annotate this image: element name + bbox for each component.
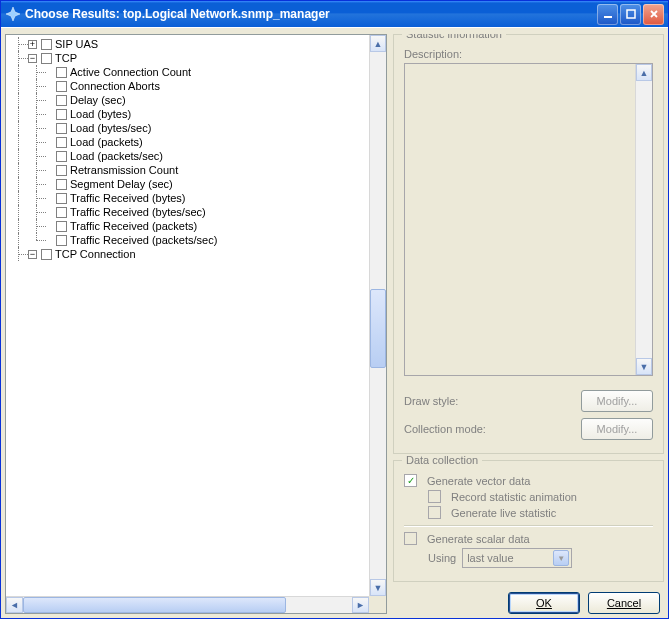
tree-leaf[interactable]: Load (bytes): [70, 107, 131, 121]
using-label: Using: [428, 552, 456, 564]
tree-checkbox[interactable]: [56, 109, 67, 120]
minimize-button[interactable]: [597, 4, 618, 25]
dropdown-arrow-icon: ▼: [553, 550, 569, 566]
tree-item[interactable]: TCP Connection: [10, 247, 386, 261]
draw-style-modify-button[interactable]: Modify...: [581, 390, 653, 412]
data-collection-legend: Data collection: [402, 454, 482, 466]
tree-leaf[interactable]: Traffic Received (packets): [70, 219, 197, 233]
right-panel: Statistic information Description: ▲ ▼ D…: [393, 34, 664, 614]
desc-scroll-down[interactable]: ▼: [636, 358, 652, 375]
gen-scalar-label: Generate scalar data: [427, 533, 530, 545]
scroll-right-button[interactable]: ►: [352, 597, 369, 613]
tree-node-tcp[interactable]: TCP: [55, 51, 77, 65]
tree-item[interactable]: Connection Aborts: [10, 79, 386, 93]
using-value: last value: [467, 552, 513, 564]
scroll-down-button[interactable]: ▼: [370, 579, 386, 596]
expand-icon[interactable]: [28, 40, 37, 49]
maximize-button[interactable]: [620, 4, 641, 25]
tree-item[interactable]: Traffic Received (packets/sec): [10, 233, 386, 247]
tree-checkbox[interactable]: [56, 67, 67, 78]
window-title: Choose Results: top.Logical Network.snmp…: [25, 7, 597, 21]
tree-leaf[interactable]: Load (packets/sec): [70, 149, 163, 163]
tree-checkbox[interactable]: [56, 123, 67, 134]
tree-item[interactable]: SIP UAS: [10, 37, 386, 51]
tree-checkbox[interactable]: [56, 137, 67, 148]
record-anim-label: Record statistic animation: [451, 491, 577, 503]
scroll-corner: [369, 596, 386, 613]
tree-checkbox[interactable]: [41, 39, 52, 50]
description-textarea: ▲ ▼: [404, 63, 653, 376]
collapse-icon[interactable]: [28, 250, 37, 259]
tree-item[interactable]: Active Connection Count: [10, 65, 386, 79]
tree-checkbox[interactable]: [56, 221, 67, 232]
tree-checkbox[interactable]: [56, 81, 67, 92]
titlebar[interactable]: Choose Results: top.Logical Network.snmp…: [1, 1, 668, 27]
tree-node-sip-uas[interactable]: SIP UAS: [55, 37, 98, 51]
app-icon: [5, 6, 21, 22]
tree-item[interactable]: Traffic Received (bytes): [10, 191, 386, 205]
tree-checkbox[interactable]: [56, 95, 67, 106]
tree-item[interactable]: Traffic Received (bytes/sec): [10, 205, 386, 219]
desc-scrollbar[interactable]: ▲ ▼: [635, 64, 652, 375]
tree-leaf[interactable]: Segment Delay (sec): [70, 177, 173, 191]
description-label: Description:: [404, 48, 462, 60]
record-anim-checkbox[interactable]: [428, 490, 441, 503]
tree-node-tcp-connection[interactable]: TCP Connection: [55, 247, 136, 261]
ok-button[interactable]: OK: [508, 592, 580, 614]
tree-item[interactable]: Load (bytes): [10, 107, 386, 121]
svg-rect-2: [627, 10, 635, 18]
svg-marker-0: [6, 7, 20, 21]
gen-live-checkbox[interactable]: [428, 506, 441, 519]
svg-rect-1: [604, 16, 612, 18]
tree-checkbox[interactable]: [56, 179, 67, 190]
tree-checkbox[interactable]: [41, 53, 52, 64]
desc-scroll-up[interactable]: ▲: [636, 64, 652, 81]
tree-leaf[interactable]: Load (bytes/sec): [70, 121, 151, 135]
tree-item[interactable]: Load (bytes/sec): [10, 121, 386, 135]
dialog-window: Choose Results: top.Logical Network.snmp…: [0, 0, 669, 619]
tree-leaf[interactable]: Traffic Received (bytes/sec): [70, 205, 206, 219]
tree-item[interactable]: Load (packets/sec): [10, 149, 386, 163]
tree-item[interactable]: TCP: [10, 51, 386, 65]
tree-leaf[interactable]: Traffic Received (packets/sec): [70, 233, 217, 247]
dialog-buttons: OK Cancel: [393, 588, 664, 614]
collection-mode-label: Collection mode:: [404, 423, 486, 435]
tree-horizontal-scrollbar[interactable]: ◄ ►: [6, 596, 369, 613]
tree-leaf[interactable]: Traffic Received (bytes): [70, 191, 186, 205]
tree-leaf[interactable]: Delay (sec): [70, 93, 126, 107]
tree-item[interactable]: Segment Delay (sec): [10, 177, 386, 191]
tree-checkbox[interactable]: [56, 207, 67, 218]
scroll-up-button[interactable]: ▲: [370, 35, 386, 52]
gen-live-label: Generate live statistic: [451, 507, 556, 519]
scroll-left-button[interactable]: ◄: [6, 597, 23, 613]
results-tree-panel: SIP UASTCPActive Connection CountConnect…: [5, 34, 387, 614]
tree-leaf[interactable]: Load (packets): [70, 135, 143, 149]
tree-leaf[interactable]: Retransmission Count: [70, 163, 178, 177]
hscroll-thumb[interactable]: [23, 597, 286, 613]
tree-leaf[interactable]: Connection Aborts: [70, 79, 160, 93]
statistic-info-legend: Statistic information: [402, 34, 506, 40]
cancel-button[interactable]: Cancel: [588, 592, 660, 614]
tree-checkbox[interactable]: [56, 151, 67, 162]
tree-item[interactable]: Traffic Received (packets): [10, 219, 386, 233]
tree-leaf[interactable]: Active Connection Count: [70, 65, 191, 79]
tree-checkbox[interactable]: [56, 165, 67, 176]
tree-item[interactable]: Delay (sec): [10, 93, 386, 107]
close-button[interactable]: [643, 4, 664, 25]
tree-checkbox[interactable]: [56, 193, 67, 204]
tree-item[interactable]: Retransmission Count: [10, 163, 386, 177]
gen-vector-label: Generate vector data: [427, 475, 530, 487]
tree-vertical-scrollbar[interactable]: ▲ ▼: [369, 35, 386, 596]
using-select[interactable]: last value ▼: [462, 548, 572, 568]
statistic-info-group: Statistic information Description: ▲ ▼ D…: [393, 34, 664, 454]
tree-checkbox[interactable]: [56, 235, 67, 246]
scroll-thumb[interactable]: [370, 289, 386, 368]
results-tree[interactable]: SIP UASTCPActive Connection CountConnect…: [10, 37, 386, 261]
gen-scalar-checkbox[interactable]: [404, 532, 417, 545]
tree-item[interactable]: Load (packets): [10, 135, 386, 149]
draw-style-label: Draw style:: [404, 395, 458, 407]
collapse-icon[interactable]: [28, 54, 37, 63]
collection-mode-modify-button[interactable]: Modify...: [581, 418, 653, 440]
gen-vector-checkbox[interactable]: [404, 474, 417, 487]
tree-checkbox[interactable]: [41, 249, 52, 260]
